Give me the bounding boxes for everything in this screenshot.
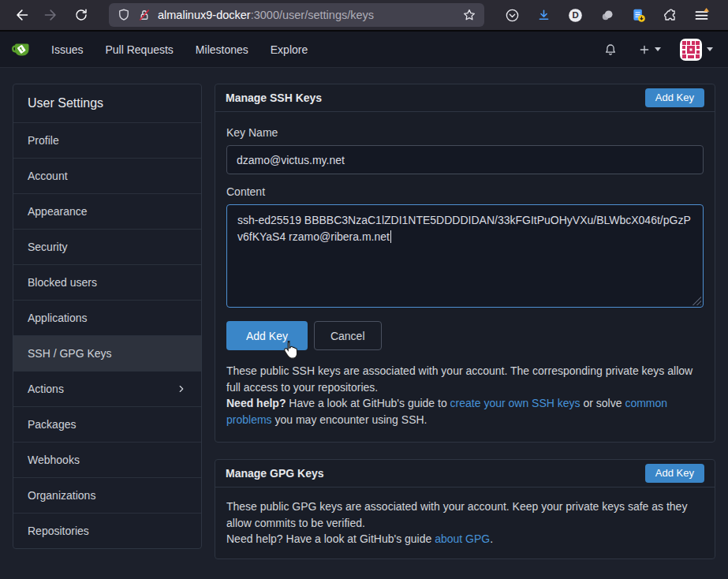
user-menu-button[interactable]	[675, 35, 718, 64]
text-caret	[390, 230, 392, 243]
sidebar-item-appearance[interactable]: Appearance	[13, 193, 201, 229]
about-gpg-link[interactable]: about GPG	[435, 532, 490, 545]
extensions-button[interactable]	[659, 3, 680, 27]
chevron-down-icon	[655, 47, 661, 51]
sidebar-item-organizations[interactable]: Organizations	[13, 477, 201, 513]
chevron-down-icon	[707, 47, 713, 51]
gpg-add-key-header-button[interactable]: Add Key	[645, 464, 704, 483]
create-new-button[interactable]	[632, 39, 667, 61]
plus-icon	[638, 43, 651, 56]
cancel-button[interactable]: Cancel	[314, 321, 382, 350]
ssh-keys-panel: Manage SSH Keys Add Key Key Name Content…	[215, 84, 715, 443]
gpg-help-paragraph: These public GPG keys are associated wit…	[226, 500, 687, 529]
document-extension-icon	[630, 7, 647, 24]
ssh-add-key-header-button[interactable]: Add Key	[645, 88, 704, 107]
app-menu-button[interactable]	[691, 3, 711, 27]
bookmark-star-icon[interactable]	[462, 8, 476, 22]
download-icon	[536, 8, 551, 23]
create-ssh-keys-link[interactable]: create your own SSH keys	[450, 397, 581, 409]
nav-item-issues[interactable]: Issues	[40, 37, 94, 62]
svg-text:D: D	[572, 10, 578, 20]
sidebar-item-packages[interactable]: Packages	[13, 406, 201, 442]
gpg-panel-title: Manage GPG Keys	[226, 467, 324, 480]
url-text[interactable]: almalinux9-docker:3000/user/settings/key…	[158, 9, 456, 21]
settings-sidebar: User Settings Profile Account Appearance…	[13, 84, 202, 549]
extension-gray-button[interactable]	[596, 3, 617, 27]
sidebar-item-security[interactable]: Security	[13, 229, 201, 264]
navbar-right	[597, 35, 718, 64]
notifications-button[interactable]	[597, 38, 624, 62]
key-name-label: Key Name	[226, 126, 704, 139]
add-key-submit-button[interactable]: Add Key	[226, 321, 308, 350]
sidebar-item-blocked-users[interactable]: Blocked users	[13, 264, 201, 300]
pocket-button[interactable]	[502, 3, 522, 27]
reload-icon	[74, 8, 88, 22]
url-host: almalinux9-docker	[158, 9, 251, 21]
sidebar-title: User Settings	[13, 84, 201, 122]
key-name-input[interactable]	[226, 145, 704, 174]
sidebar-item-applications[interactable]: Applications	[13, 300, 201, 335]
sidebar-item-actions[interactable]: Actions	[13, 371, 201, 406]
chevron-right-icon	[176, 383, 187, 394]
nav-item-explore[interactable]: Explore	[259, 37, 319, 62]
extension-doc-button[interactable]	[628, 3, 648, 27]
back-arrow-icon	[13, 7, 29, 23]
need-help-label: Need help?	[226, 532, 283, 545]
downloads-button[interactable]	[533, 3, 554, 27]
resize-grip[interactable]	[692, 296, 701, 305]
ssh-help-text: These public SSH keys are associated wit…	[226, 363, 704, 428]
tracking-shield-icon[interactable]	[117, 8, 131, 22]
hamburger-menu-icon	[693, 7, 710, 24]
forward-button[interactable]	[38, 3, 65, 27]
gitea-navbar: Issues Pull Requests Milestones Explore	[0, 32, 728, 68]
nav-item-pull-requests[interactable]: Pull Requests	[94, 37, 184, 62]
gpg-keys-panel: Manage GPG Keys Add Key These public GPG…	[215, 459, 715, 559]
sidebar-item-account[interactable]: Account	[13, 158, 201, 193]
form-buttons: Add Key Cancel	[226, 321, 704, 350]
user-avatar	[680, 39, 702, 61]
content-label: Content	[226, 185, 704, 198]
gitea-logo[interactable]	[10, 39, 32, 61]
toolbar-extensions-area: D	[502, 3, 711, 27]
key-content-text: ssh-ed25519 BBBBC3NzaC1lZDI1NTE5DDDDIDAN…	[237, 214, 691, 243]
sidebar-item-profile[interactable]: Profile	[13, 122, 201, 158]
letter-d-extension-icon: D	[567, 7, 584, 24]
gpg-help-text: These public GPG keys are associated wit…	[215, 487, 715, 558]
browser-toolbar: almalinux9-docker:3000/user/settings/key…	[0, 0, 728, 32]
gray-blob-extension-icon	[599, 7, 615, 24]
back-button[interactable]	[8, 3, 35, 27]
sidebar-item-webhooks[interactable]: Webhooks	[13, 442, 201, 477]
ssh-panel-header: Manage SSH Keys Add Key	[215, 84, 715, 112]
sidebar-item-ssh-gpg-keys[interactable]: SSH / GPG Keys	[13, 335, 201, 371]
sidebar-item-repositories[interactable]: Repositories	[13, 513, 201, 548]
ssh-key-form: Key Name Content ssh-ed25519 BBBBC3NzaC1…	[215, 112, 715, 442]
extension-d-button[interactable]: D	[565, 3, 585, 27]
pocket-icon	[505, 8, 520, 23]
key-content-textarea[interactable]: ssh-ed25519 BBBBC3NzaC1lZDI1NTE5DDDDIDAN…	[226, 204, 704, 308]
main-content: Manage SSH Keys Add Key Key Name Content…	[215, 84, 715, 559]
update-badge	[704, 7, 709, 11]
puzzle-piece-icon	[663, 8, 678, 23]
reload-button[interactable]	[68, 3, 95, 27]
ssh-panel-title: Manage SSH Keys	[226, 92, 322, 104]
insecure-lock-icon[interactable]	[137, 8, 151, 22]
url-path: :3000/user/settings/keys	[251, 9, 374, 21]
nav-item-milestones[interactable]: Milestones	[185, 37, 259, 62]
bell-icon	[603, 43, 618, 57]
url-bar[interactable]: almalinux9-docker:3000/user/settings/key…	[109, 3, 484, 27]
ssh-help-paragraph: These public SSH keys are associated wit…	[226, 364, 693, 394]
need-help-label: Need help?	[226, 397, 286, 409]
gpg-panel-header: Manage GPG Keys Add Key	[215, 460, 715, 487]
forward-arrow-icon	[43, 7, 59, 23]
page-content: User Settings Profile Account Appearance…	[0, 68, 728, 559]
